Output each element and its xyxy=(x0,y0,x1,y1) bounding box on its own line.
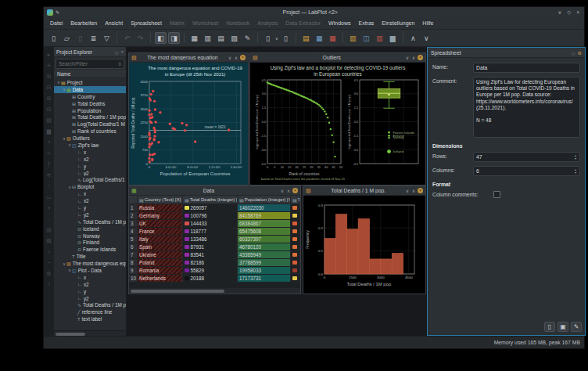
crosshair-tool-icon[interactable]: ✛ xyxy=(47,63,52,69)
total-deaths-cell[interactable]: 83541 xyxy=(183,251,238,258)
columns-spinbox[interactable]: 6 ▴▾ xyxy=(473,166,580,176)
tree-item-y2[interactable]: ∟y2 xyxy=(54,295,126,302)
tree-item-x2[interactable]: ∟x2 xyxy=(54,156,126,163)
tree-item-plot-data[interactable]: ∨◫Plot - Data xyxy=(54,267,126,274)
window-titlebar[interactable]: ▧ Outliers ∨ ∧ × xyxy=(250,53,425,63)
row-number-cell[interactable]: 1 xyxy=(129,204,138,211)
zipf-plot[interactable]: 05101520253035404550-4.5-3.0-1.50.01.53.… xyxy=(253,77,345,185)
new-notebook-icon[interactable]: ▧ xyxy=(228,32,240,44)
extra-column-cell[interactable] xyxy=(291,267,300,274)
extra-column-cell[interactable] xyxy=(291,220,300,227)
country-cell[interactable]: Ukraine xyxy=(138,251,183,258)
tree-item-faeroe-islands[interactable]: ⊙Faeroe Islands xyxy=(54,246,126,253)
worksheet-canvas-outliers[interactable]: Using Zipf's law and a boxplot for detec… xyxy=(250,63,425,185)
tree-item-population[interactable]: ⊞Population xyxy=(54,107,126,114)
filter-options-icon[interactable]: ≡ xyxy=(118,62,121,67)
tree-item-norway[interactable]: ⊙Norway xyxy=(54,232,126,240)
column-comments-checkbox[interactable] xyxy=(493,191,500,198)
tree-item-title[interactable]: TTitle xyxy=(54,253,126,260)
tree-item-iceland[interactable]: ⊙Iceland xyxy=(54,225,126,232)
menu-windows[interactable]: Windows xyxy=(324,19,354,27)
tree-item-text-label[interactable]: Ttext label xyxy=(54,315,126,322)
tree-item-project[interactable]: ∨▤Project xyxy=(54,79,126,86)
tree-item-total-deaths-1m-pop-[interactable]: ⊞Total Deaths / 1M pop. xyxy=(54,113,126,121)
menu-hilfe[interactable]: Hilfe xyxy=(418,19,437,27)
new-matrix-icon[interactable]: ▥ xyxy=(202,32,213,44)
boxplot-plot[interactable]: -4.5-3.0-1.50.01.53.04.5log(reported Tot… xyxy=(345,77,423,185)
country-cell[interactable]: Poland xyxy=(138,259,183,266)
row-number-cell[interactable]: 4 xyxy=(129,228,138,235)
toggle-properties-icon[interactable]: ◨ xyxy=(168,32,180,44)
rows-spinbox[interactable]: 47 ▴▾ xyxy=(473,152,580,162)
insert-columns-icon[interactable]: ⊞ xyxy=(47,95,52,102)
population-cell[interactable]: 17173731 xyxy=(238,275,291,282)
new-project-icon[interactable]: ▯ xyxy=(48,32,59,44)
spreadsheet-horizontal-scrollbar[interactable] xyxy=(129,288,300,294)
total-deaths-cell[interactable]: 144433 xyxy=(183,220,238,227)
tree-item-y2[interactable]: ∟y2 xyxy=(54,170,126,177)
country-cell[interactable]: Russia xyxy=(138,204,183,211)
total-deaths-cell[interactable]: 82186 xyxy=(183,259,238,266)
plot-data-icon[interactable]: ∿ xyxy=(47,150,52,157)
total-deaths-cell[interactable]: 269057 xyxy=(183,204,238,211)
new-datapicker-icon[interactable]: ✎ xyxy=(242,32,253,44)
menu-bearbeiten[interactable]: Bearbeiten xyxy=(66,19,101,27)
menu-einstellungen[interactable]: Einstellungen xyxy=(378,19,418,27)
maximize-icon[interactable]: ◇ xyxy=(567,7,571,17)
titlebar[interactable]: ✎ Project — LabPlot <2> ∨ ◇ × xyxy=(44,7,584,17)
country-cell[interactable]: Germany xyxy=(138,212,183,219)
row-format-icon[interactable]: ▤ xyxy=(46,238,52,244)
column-header-3[interactable]: ▤ Population (Integer) [Y] xyxy=(238,196,291,204)
sort-ascending-icon[interactable]: ∧ xyxy=(407,32,419,44)
tree-item-x[interactable]: ∟x xyxy=(54,274,126,281)
tree-item-log-total-deaths-1-m-pop-[interactable]: ⊞Log(Total Deaths/1 M pop.) xyxy=(54,121,126,128)
country-cell[interactable]: Romania xyxy=(138,267,183,274)
window-titlebar[interactable]: ▦ Data ∨ ∧ × xyxy=(129,186,300,196)
row-number-cell[interactable]: 7 xyxy=(129,251,138,258)
total-deaths-cell[interactable]: 100796 xyxy=(183,212,238,219)
maximize-icon[interactable]: ∧ xyxy=(411,188,417,193)
row-number-cell[interactable]: 2 xyxy=(129,212,138,219)
zoom-out-icon[interactable]: − xyxy=(47,260,50,266)
tree-item-finland[interactable]: ⊙Finland xyxy=(54,239,126,246)
dock-menu-icon[interactable]: ⚙ xyxy=(578,50,582,56)
column-header-4[interactable]: ▤ Total Deaths / 1M pop. xyxy=(291,196,300,204)
maximize-icon[interactable]: ∧ xyxy=(285,188,292,193)
tree-item-total-deaths[interactable]: ⊞Total Deaths xyxy=(54,100,126,107)
select-tool-icon[interactable]: ▸ xyxy=(48,52,51,58)
insert-column-right-icon[interactable]: ◫ xyxy=(360,32,372,44)
menu-ansicht[interactable]: Ansicht xyxy=(101,19,127,27)
total-deaths-cell[interactable]: 87931 xyxy=(183,243,238,250)
function-values-icon[interactable]: ƒ xyxy=(48,161,51,167)
tree-item-total-deaths-1m-pop-[interactable]: ∿Total Deaths / 1M pop. xyxy=(54,302,126,309)
close-icon[interactable]: × xyxy=(576,7,579,17)
name-field[interactable]: Data xyxy=(473,63,580,73)
country-cell[interactable]: Italy xyxy=(138,236,183,243)
maximize-icon[interactable]: ∧ xyxy=(411,55,417,60)
remove-rows-icon[interactable]: ⊟ xyxy=(47,85,52,91)
country-cell[interactable]: Netherlands xyxy=(138,275,183,282)
population-cell[interactable]: 65475608 xyxy=(238,228,291,235)
tree-item-y[interactable]: ∟y xyxy=(54,288,126,295)
total-deaths-cell[interactable]: 118777 xyxy=(183,228,238,235)
toggle-project-explorer-icon[interactable]: ◧ xyxy=(155,32,167,44)
insert-column-left-icon[interactable]: ▥ xyxy=(347,32,359,44)
total-deaths-cell[interactable]: 133486 xyxy=(183,236,238,243)
close-icon[interactable]: × xyxy=(292,188,298,193)
population-cell[interactable]: 37788599 xyxy=(238,259,291,266)
extra-column-cell[interactable] xyxy=(291,251,300,258)
close-icon[interactable]: × xyxy=(418,55,423,60)
menu-datei[interactable]: Datei xyxy=(46,19,66,27)
shade-icon[interactable]: ∨ xyxy=(227,55,233,60)
random-values-icon[interactable]: ⁙ xyxy=(47,183,52,189)
tree-item-y[interactable]: ∟y xyxy=(54,204,126,211)
tree-item-x[interactable]: ∟x xyxy=(54,190,126,197)
tree-item-reference-line[interactable]: ╱reference line xyxy=(54,308,126,315)
population-cell[interactable]: 146022030 xyxy=(238,204,291,211)
row-number-cell[interactable]: 3 xyxy=(129,220,138,227)
extra-column-cell[interactable] xyxy=(291,228,300,235)
tree-item-y2[interactable]: ∟y2 xyxy=(54,211,126,218)
spin-arrows-icon[interactable]: ▴▾ xyxy=(575,154,577,160)
tree-item-rank-of-countries[interactable]: ⊞Rank of countries xyxy=(54,128,126,135)
total-deaths-cell[interactable]: 55829 xyxy=(183,267,238,274)
